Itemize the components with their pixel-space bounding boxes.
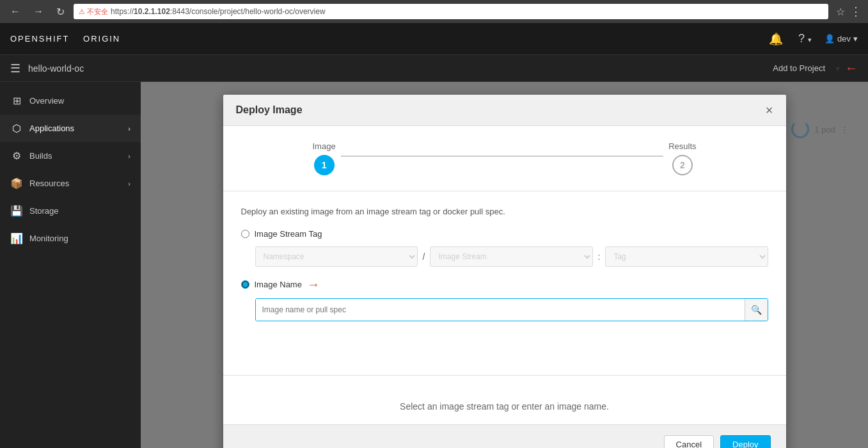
bookmark-button[interactable]: ☆ [836,6,845,18]
modal-body: Deploy an existing image from an image s… [223,191,786,337]
sidebar-item-resources[interactable]: 📦 Resources › [0,170,141,197]
deploy-button[interactable]: Deploy [720,435,770,448]
secondary-navbar: ☰ hello-world-oc Add to Project ▾ ← [0,55,868,82]
image-stream-tag-label: Image Stream Tag [255,229,322,239]
reload-button[interactable]: ↻ [52,3,68,20]
step-1-circle: 1 [314,155,335,175]
address-bar[interactable]: ⚠ 不安全 https://10.2.1.102:8443/console/pr… [74,4,828,19]
user-icon: 👤 [825,34,835,44]
resources-icon: 📦 [10,177,23,189]
add-to-project-button[interactable]: Add to Project [768,61,830,76]
sidebar: ⊞ Overview ⬡ Applications › ⚙ Builds › 📦… [0,82,141,448]
secondary-left: ☰ hello-world-oc [10,61,84,76]
modal-header: Deploy Image × [223,95,786,126]
cancel-button[interactable]: Cancel [664,435,714,448]
image-name-option[interactable]: Image Name [241,280,302,289]
sidebar-item-label-monitoring: Monitoring [29,234,68,243]
notifications-button[interactable]: 🔔 [766,29,785,49]
image-name-input[interactable] [256,299,745,321]
hamburger-button[interactable]: ☰ [10,61,20,76]
step-2-circle: 2 [672,155,693,175]
image-name-input-row: 🔍 [255,298,768,321]
username-label: dev [837,34,851,44]
logo-origin: ORIGIN [83,34,120,44]
step-2-label: Results [668,141,696,151]
tag-dropdown[interactable]: Tag [605,246,768,267]
builds-icon: ⚙ [10,150,23,162]
image-search-button[interactable]: 🔍 [745,299,768,321]
sidebar-item-overview[interactable]: ⊞ Overview [0,87,141,115]
namespace-dropdown[interactable]: Namespace [255,246,418,267]
back-button[interactable]: ← [6,3,24,20]
description-text: Deploy an existing image from an image s… [241,207,768,216]
deploy-image-modal: Deploy Image × Image 1 Results [223,95,786,448]
help-button[interactable]: ? ▾ [796,29,814,48]
sidebar-item-label-applications: Applications [29,124,74,133]
app-container: OPENSHIFT ORIGIN 🔔 ? ▾ 👤 dev ▾ ☰ hello-w… [0,23,868,448]
bottom-message-area: Select an image stream tag or enter an i… [223,375,786,424]
step-connector [341,156,664,157]
sidebar-item-monitoring[interactable]: 📊 Monitoring [0,225,141,252]
sidebar-item-applications[interactable]: ⬡ Applications › [0,115,141,142]
image-name-arrow: → [307,277,320,292]
user-dropdown-icon: ▾ [853,34,858,44]
dropdown-icon: ▾ [835,63,840,74]
chevron-icon-builds: › [128,152,130,160]
modal-footer: Cancel Deploy [223,424,786,448]
chevron-icon-applications: › [128,125,130,132]
applications-icon: ⬡ [10,122,23,134]
image-stream-dropdown[interactable]: Image Stream [430,246,592,267]
user-menu[interactable]: 👤 dev ▾ [825,34,858,44]
secondary-right: Add to Project ▾ ← [768,61,858,76]
dropdown-row: Namespace / Image Stream : Tag [255,246,768,267]
storage-icon: 💾 [10,205,23,217]
browser-menu-button[interactable]: ⋮ [850,4,862,19]
top-navbar: OPENSHIFT ORIGIN 🔔 ? ▾ 👤 dev ▾ [0,23,868,55]
image-name-label: Image Name [255,280,302,289]
sidebar-item-builds[interactable]: ⚙ Builds › [0,142,141,170]
step-2-container: Results 2 [668,141,696,175]
content-area: 1 pod ⋮ Deploy Image × Ima [141,82,868,448]
path-separator: / [423,252,425,262]
arrow-annotation: ← [845,61,858,76]
image-stream-tag-option[interactable]: Image Stream Tag [241,229,768,239]
modal-overlay: Deploy Image × Image 1 Results [141,82,868,448]
modal-close-button[interactable]: × [766,104,773,116]
nav-right: 🔔 ? ▾ 👤 dev ▾ [766,29,858,49]
address-text: https://10.2.1.102:8443/console/project/… [111,7,326,16]
forward-button[interactable]: → [29,3,47,20]
sidebar-item-label-storage: Storage [29,206,59,216]
sidebar-item-storage[interactable]: 💾 Storage [0,197,141,225]
project-name: hello-world-oc [28,63,84,74]
monitoring-icon: 📊 [10,232,23,244]
sidebar-item-label-overview: Overview [29,96,64,106]
overview-icon: ⊞ [10,95,23,107]
search-icon: 🔍 [751,305,762,315]
wizard-steps: Image 1 Results 2 [223,126,786,191]
security-warning: ⚠ 不安全 [79,7,108,17]
logo-openshift: OPENSHIFT [10,34,69,44]
modal-title: Deploy Image [236,104,303,116]
logo-area: OPENSHIFT ORIGIN [10,34,120,44]
image-name-radio[interactable] [241,280,249,289]
browser-chrome: ← → ↻ ⚠ 不安全 https://10.2.1.102:8443/cons… [0,0,868,23]
main-area: ⊞ Overview ⬡ Applications › ⚙ Builds › 📦… [0,82,868,448]
colon-separator: : [598,252,601,262]
step-1-container: Image 1 [313,141,336,175]
sidebar-item-label-resources: Resources [29,179,69,188]
step-1-label: Image [313,141,336,151]
bottom-message-text: Select an image stream tag or enter an i… [400,401,609,412]
image-stream-tag-group: Image Stream Tag Namespace / Image Strea… [241,229,768,267]
image-stream-tag-radio[interactable] [241,230,249,238]
image-name-section: Image Name → 🔍 [241,277,768,321]
steps-row: Image 1 Results 2 [313,141,697,175]
sidebar-item-label-builds: Builds [29,151,52,161]
chevron-icon-resources: › [128,180,130,188]
